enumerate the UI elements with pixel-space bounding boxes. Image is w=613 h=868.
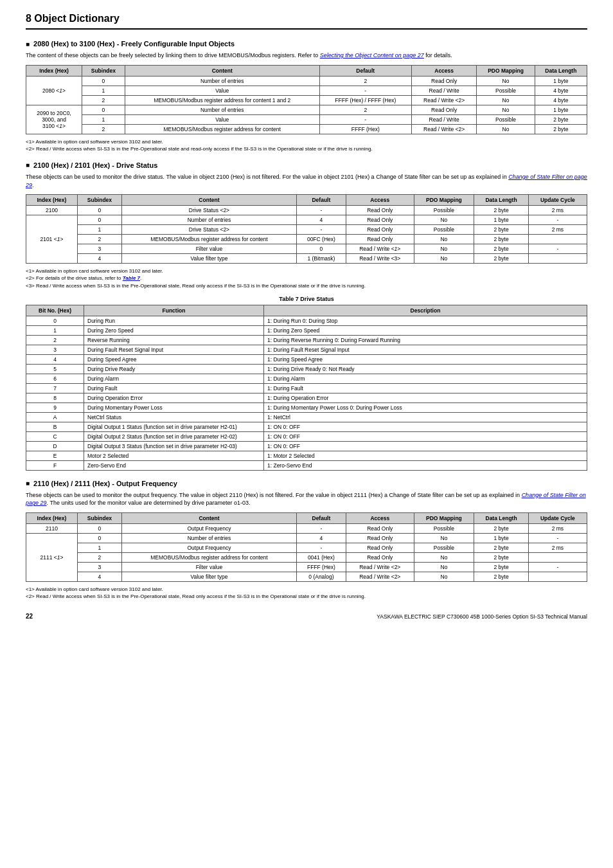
table-2110: Index (Hex) Subindex Content Default Acc… [26, 512, 587, 582]
table-row: 2 Reverse Running 1: During Reverse Runn… [26, 335, 587, 345]
table-row: 2101 <1> 0 Number of entries 4 Read Only… [26, 215, 587, 225]
table-row: 4 Value filter type 0 (Analog) Read / Wr… [26, 572, 587, 581]
table-row: F Zero-Servo End 1: Zero-Servo End [26, 460, 587, 470]
table-row: D Digital Output 3 Status (function set … [26, 441, 587, 451]
section-2080-desc: The content of these objects can be free… [26, 51, 587, 60]
table-row: 2110 0 Output Frequency - Read Only Poss… [26, 523, 587, 533]
table-row: 6 During Alarm 1: During Alarm [26, 374, 587, 383]
section-2100: 2100 (Hex) / 2101 (Hex) - Drive Status T… [26, 161, 587, 471]
section1-footnotes: <1> Available in option card software ve… [26, 138, 587, 152]
table-2100: Index (Hex) Subindex Content Default Acc… [26, 194, 587, 264]
table-row: 8 During Operation Error 1: During Opera… [26, 393, 587, 402]
table-row: 2 MEMOBUS/Modbus register address for co… [26, 95, 587, 105]
table-row: B Digital Output 1 Status (function set … [26, 422, 587, 431]
section-2100-desc: These objects can be used to monitor the… [26, 173, 587, 189]
section-2110: 2110 (Hex) / 2111 (Hex) - Output Frequen… [26, 480, 587, 601]
footer-text: YASKAWA ELECTRIC SIEP C730600 45B 1000-S… [377, 613, 587, 620]
section-2110-title: 2110 (Hex) / 2111 (Hex) - Output Frequen… [26, 480, 587, 487]
section-2080-title: 2080 (Hex) to 3100 (Hex) - Freely Config… [26, 40, 587, 48]
col-index: Index (Hex) [26, 65, 82, 76]
table-row: 4 During Speed Agree 1: During Speed Agr… [26, 354, 587, 364]
table-row: 3 During Fault Reset Signal Input 1: Dur… [26, 345, 587, 354]
col-default: Default [319, 65, 411, 76]
section-2080: 2080 (Hex) to 3100 (Hex) - Freely Config… [26, 40, 587, 152]
table-row: 2080 <1> 0 Number of entries 2 Read Only… [26, 76, 587, 86]
table-row: 3 Filter value FFFF (Hex) Read / Write <… [26, 562, 587, 572]
section2-footnotes: <1> Available in option card software ve… [26, 267, 587, 289]
col-pdo: PDO Mapping [477, 65, 535, 76]
section-2100-title: 2100 (Hex) / 2101 (Hex) - Drive Status [26, 161, 587, 169]
col-subindex: Subindex [82, 65, 125, 76]
table-row: 1 During Zero Speed 1: During Zero Speed [26, 325, 587, 335]
table-2080: Index (Hex) Subindex Content Default Acc… [26, 65, 587, 134]
table-row: C Digital Output 2 Status (function set … [26, 431, 587, 441]
table-row: 2090 to 20C0, 3000, and 3100 <1> 0 Numbe… [26, 105, 587, 114]
page-footer: 22 YASKAWA ELECTRIC SIEP C730600 45B 100… [26, 613, 587, 620]
table-row: 3 Filter value 0 Read / Write <1> No 2 b… [26, 244, 587, 254]
col-content: Content [125, 65, 319, 76]
table-row: 1 Output Frequency - Read Only Possible … [26, 543, 587, 552]
table-row: 7 During Fault 1: During Fault [26, 383, 587, 393]
table-row: 1 Value - Read / Write Possible 4 byte [26, 86, 587, 95]
table-row: A NetCtrl Status 1: NetCtrl [26, 412, 587, 422]
table-row: 2 MEMOBUS/Modbus register address for co… [26, 552, 587, 562]
table-row: 2 MEMOBUS/Modbus register address for co… [26, 235, 587, 244]
table-row: 9 During Momentary Power Loss 1: During … [26, 402, 587, 412]
table-row: 2111 <1> 0 Number of entries 4 Read Only… [26, 533, 587, 543]
table-row: 5 During Drive Ready 1: During Drive Rea… [26, 364, 587, 374]
table-row: 1 Drive Status <2> - Read Only Possible … [26, 225, 587, 235]
table7-title: Table 7 Drive Status [26, 296, 587, 302]
section3-footnotes: <1> Available in option card software ve… [26, 586, 587, 600]
table-row: 4 Value filter type 1 (Bitmask) Read / W… [26, 254, 587, 264]
col-access: Access [411, 65, 477, 76]
table-row: E Motor 2 Selected 1: Motor 2 Selected [26, 451, 587, 460]
page-title: 8 Object Dictionary [26, 13, 587, 30]
col-length: Data Length [535, 65, 587, 76]
table-row: 1 Value - Read / Write Possible 2 byte [26, 114, 587, 124]
table-row: 0 During Run 1: During Run 0: During Sto… [26, 316, 587, 325]
page-number: 22 [26, 613, 33, 620]
section1-link[interactable]: Selecting the Object Content on page 27 [320, 52, 424, 59]
table-7: Bit No. (Hex) Function Description 0 Dur… [26, 305, 587, 471]
table-row: 2 MEMOBUS/Modbus register address for co… [26, 124, 587, 134]
table-row: 2100 0 Drive Status <2> - Read Only Poss… [26, 206, 587, 215]
section-2110-desc: These objects can be used to monitor the… [26, 491, 587, 507]
